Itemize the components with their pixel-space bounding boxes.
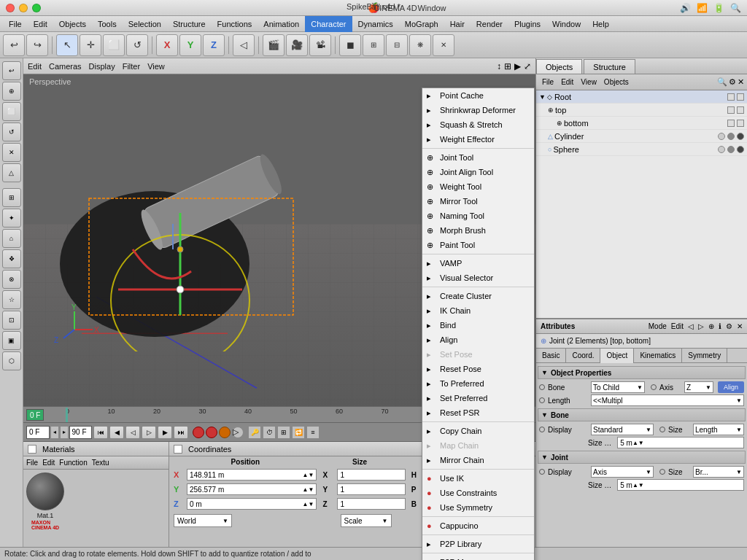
left-btn-4[interactable]: ↺: [2, 122, 21, 141]
top-vis-1[interactable]: [727, 106, 735, 114]
render2-btn[interactable]: 📽: [309, 34, 331, 56]
cyl-vis-3[interactable]: [737, 133, 744, 140]
left-btn-8[interactable]: ✦: [2, 209, 21, 228]
obj-close-icon[interactable]: ✕: [738, 77, 744, 87]
menu-objects[interactable]: Objects: [53, 16, 92, 32]
vt-filter[interactable]: Filter: [123, 62, 140, 71]
dropdown-joint-tool[interactable]: ⊕ Joint Tool: [422, 150, 534, 165]
attr-gear-icon[interactable]: ⚙: [726, 322, 732, 330]
z-size-input[interactable]: 1: [337, 498, 405, 510]
dropdown-shrinkwrap[interactable]: ▸ Shrinkwrap Deformer: [422, 103, 534, 117]
attr-info-icon[interactable]: ℹ: [719, 322, 721, 330]
menu-structure[interactable]: Structure: [167, 16, 212, 32]
coord-check[interactable]: [174, 445, 182, 454]
jdisp-value-select[interactable]: Axis ▼: [591, 466, 654, 478]
left-btn-15[interactable]: ⬡: [2, 351, 21, 370]
frame-start[interactable]: 0 F: [26, 409, 44, 421]
redo-button[interactable]: ↪: [26, 34, 48, 56]
dropdown-ik-chain[interactable]: ▸ IK Chain: [422, 303, 534, 318]
dropdown-squash-stretch[interactable]: ▸ Squash & Stretch: [422, 117, 534, 132]
move-button[interactable]: ✛: [80, 34, 101, 56]
left-btn-12[interactable]: ☆: [2, 290, 21, 309]
view-btn[interactable]: ⊞: [363, 34, 384, 56]
dropdown-use-symmetry[interactable]: ● Use Symmetry: [422, 500, 534, 515]
left-btn-14[interactable]: ▣: [2, 331, 21, 350]
menu-render[interactable]: Render: [471, 16, 508, 32]
left-btn-2[interactable]: ⊕: [2, 82, 21, 101]
select-button[interactable]: ↖: [56, 34, 78, 56]
deform-btn[interactable]: ❋: [409, 34, 431, 56]
z-axis-btn[interactable]: Z: [203, 34, 225, 56]
jsize-num-input[interactable]: 5 m ▲▼: [617, 479, 744, 491]
left-btn-9[interactable]: ⌂: [2, 229, 21, 248]
x-axis-btn[interactable]: X: [156, 34, 178, 56]
vt-icon-render[interactable]: ▶: [514, 61, 521, 71]
menu-help[interactable]: Help: [587, 16, 615, 32]
render-view-btn[interactable]: 🎬: [263, 34, 285, 56]
root-vis-2[interactable]: [737, 93, 744, 101]
mat-function[interactable]: Function: [59, 459, 87, 467]
dropdown-set-preferred[interactable]: ▸ Set Preferred: [422, 391, 534, 405]
left-btn-3[interactable]: ⬜: [2, 102, 21, 121]
left-btn-1[interactable]: ↩: [2, 61, 21, 80]
tree-row-root[interactable]: ▼ ◇ Root: [536, 90, 747, 104]
menu-animation[interactable]: Animation: [258, 16, 305, 32]
dropdown-set-pose[interactable]: ▸ Set Pose: [422, 347, 534, 362]
jsize-value-select[interactable]: Br... ▼: [693, 466, 744, 478]
left-btn-6[interactable]: △: [2, 163, 21, 182]
dropdown-weight-effector[interactable]: ▸ Weight Effector: [422, 132, 534, 147]
attr-close-icon[interactable]: ✕: [737, 322, 743, 330]
next-step-btn[interactable]: ▸: [60, 426, 69, 439]
dropdown-point-cache[interactable]: ▸ Point Cache: [422, 88, 534, 103]
cyl-vis-1[interactable]: [718, 133, 725, 140]
back-button[interactable]: ◁: [233, 34, 255, 56]
dropdown-p2p-manager[interactable]: ▸ P2P Manager: [422, 555, 534, 560]
more-btn[interactable]: ≡: [306, 426, 320, 439]
vt-icon-maximize[interactable]: ⤢: [524, 61, 531, 71]
menu-mograph[interactable]: MoGraph: [399, 16, 444, 32]
go-end-btn[interactable]: ⏭: [174, 426, 188, 439]
dropdown-cappucino[interactable]: ● Cappucino: [422, 518, 534, 533]
sph-vis-1[interactable]: [718, 146, 725, 153]
root-arrow[interactable]: ▼: [539, 93, 546, 101]
dropdown-mirror-chain[interactable]: ▸ Mirror Chain: [422, 453, 534, 467]
bone-section-header[interactable]: ▼ Bone: [538, 408, 746, 421]
dropdown-naming-tool[interactable]: ⊕ Naming Tool: [422, 209, 534, 223]
tab-structure[interactable]: Structure: [584, 59, 635, 74]
undo-button[interactable]: ↩: [3, 34, 25, 56]
dropdown-reset-psr[interactable]: ▸ Reset PSR: [422, 405, 534, 420]
bottom-vis-1[interactable]: [727, 120, 735, 127]
menu-window[interactable]: Window: [546, 16, 587, 32]
close2-btn[interactable]: ✕: [433, 34, 454, 56]
obj-view[interactable]: View: [578, 78, 600, 86]
obj-settings-icon[interactable]: ⚙: [729, 77, 736, 87]
cyl-vis-2[interactable]: [727, 133, 735, 140]
align-button[interactable]: Align: [718, 381, 744, 393]
render-btn[interactable]: 🎥: [286, 34, 308, 56]
vt-edit[interactable]: Edit: [28, 62, 42, 71]
left-btn-11[interactable]: ⊗: [2, 270, 21, 289]
play-btn[interactable]: ▷: [142, 426, 156, 439]
y-axis-btn[interactable]: Y: [179, 34, 201, 56]
record-btn[interactable]: [193, 427, 204, 438]
length-value-input[interactable]: <<Multipl ▼: [591, 394, 744, 406]
rotate-button[interactable]: ↺: [126, 34, 148, 56]
size-value-select[interactable]: Length ▼: [693, 424, 744, 435]
next-frame-btn[interactable]: ▶: [158, 426, 172, 439]
mat-textu[interactable]: Textu: [92, 459, 109, 467]
dropdown-p2p-library[interactable]: ▸ P2P Library: [422, 537, 534, 551]
dropdown-morph-brush[interactable]: ⊕ Morph Brush: [422, 223, 534, 238]
attr-tab-symmetry[interactable]: Symmetry: [682, 349, 727, 363]
record3-btn[interactable]: [219, 427, 231, 438]
vt-cameras[interactable]: Cameras: [49, 62, 82, 71]
attr-next-icon[interactable]: ▷: [698, 322, 704, 330]
menu-plugins[interactable]: Plugins: [508, 16, 546, 32]
vt-view[interactable]: View: [147, 62, 165, 71]
vt-icon-layout[interactable]: ⊞: [504, 61, 511, 71]
cube-btn[interactable]: ◼: [339, 34, 361, 56]
y-size-input[interactable]: 1: [337, 483, 405, 495]
attr-tab-object[interactable]: Object: [600, 349, 634, 363]
sph-vis-3[interactable]: [737, 146, 744, 153]
root-vis-1[interactable]: [727, 93, 735, 101]
dropdown-map-chain[interactable]: ▸ Map Chain: [422, 438, 534, 453]
